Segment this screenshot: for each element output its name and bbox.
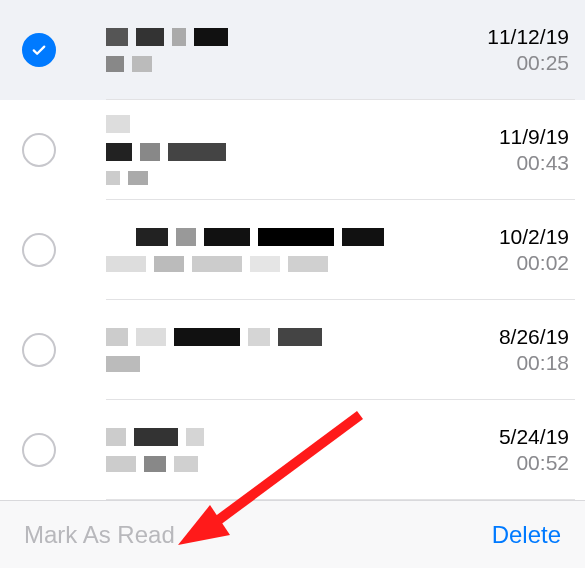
item-duration: 00:43	[455, 151, 569, 175]
checkmark-icon	[30, 41, 48, 59]
item-content	[106, 228, 455, 272]
item-duration: 00:02	[455, 251, 569, 275]
bottom-toolbar: Mark As Read Delete	[0, 500, 585, 568]
list-item[interactable]: 11/12/19 00:25	[0, 0, 585, 100]
mark-as-read-button[interactable]: Mark As Read	[24, 521, 175, 549]
item-meta: 11/12/19 00:25	[455, 25, 585, 75]
list-item[interactable]: 11/9/19 00:43	[0, 100, 585, 200]
delete-button[interactable]: Delete	[492, 521, 561, 549]
checkbox-wrap	[0, 333, 106, 367]
checkbox-wrap	[0, 433, 106, 467]
select-checkbox[interactable]	[22, 133, 56, 167]
item-duration: 00:18	[455, 351, 569, 375]
checkbox-wrap	[0, 133, 106, 167]
item-date: 8/26/19	[455, 325, 569, 349]
item-duration: 00:52	[455, 451, 569, 475]
item-content	[106, 328, 455, 372]
list-item[interactable]: 5/24/19 00:52	[0, 400, 585, 500]
list-item[interactable]: 10/2/19 00:02	[0, 200, 585, 300]
select-checkbox[interactable]	[22, 33, 56, 67]
item-content	[106, 28, 455, 72]
item-duration: 00:25	[455, 51, 569, 75]
item-content	[106, 115, 455, 185]
voicemail-list: 11/12/19 00:25	[0, 0, 585, 500]
list-item[interactable]: 8/26/19 00:18	[0, 300, 585, 400]
checkbox-wrap	[0, 233, 106, 267]
item-content	[106, 428, 455, 472]
item-date: 5/24/19	[455, 425, 569, 449]
item-meta: 11/9/19 00:43	[455, 125, 585, 175]
item-date: 10/2/19	[455, 225, 569, 249]
checkbox-wrap	[0, 33, 106, 67]
select-checkbox[interactable]	[22, 333, 56, 367]
item-date: 11/12/19	[455, 25, 569, 49]
item-meta: 8/26/19 00:18	[455, 325, 585, 375]
item-meta: 10/2/19 00:02	[455, 225, 585, 275]
item-meta: 5/24/19 00:52	[455, 425, 585, 475]
select-checkbox[interactable]	[22, 233, 56, 267]
item-date: 11/9/19	[455, 125, 569, 149]
select-checkbox[interactable]	[22, 433, 56, 467]
